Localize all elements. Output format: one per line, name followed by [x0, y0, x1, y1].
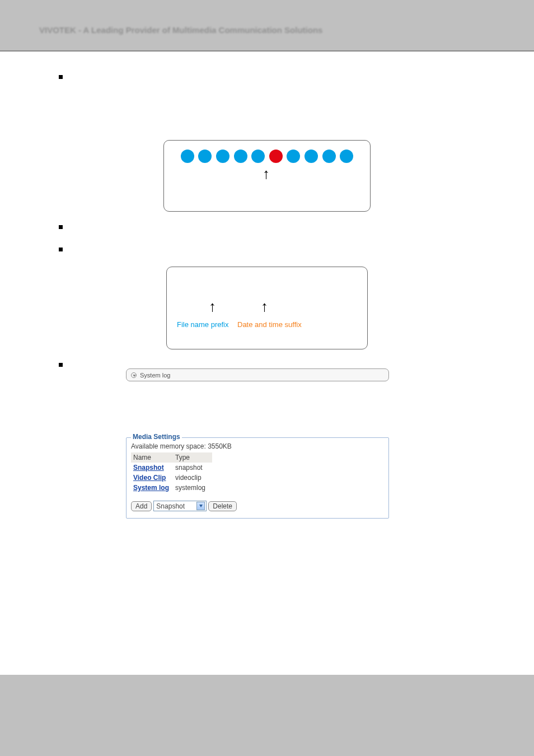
bullet-icon — [59, 75, 63, 79]
bullet-icon — [59, 225, 63, 229]
available-memory: Available memory space: 3550KB — [131, 442, 384, 450]
page-banner: VIVOTEK - A Leading Provider of Multimed… — [0, 0, 534, 50]
pre-dot — [198, 150, 212, 163]
media-type: snapshot — [173, 463, 212, 473]
media-settings-legend: Media Settings — [131, 433, 182, 441]
trigger-dot — [269, 150, 283, 163]
post-dot — [322, 150, 336, 163]
event-dots — [164, 150, 370, 163]
bullet-icon — [59, 363, 63, 367]
media-type: systemlog — [173, 483, 212, 493]
arrow-up-icon: ↑ — [263, 165, 270, 183]
system-log-label: System log — [140, 372, 170, 379]
col-type: Type — [173, 452, 212, 463]
filename-example: Snapshot_20080104_100341 — [167, 276, 367, 285]
table-row: Snapshot snapshot — [131, 463, 212, 473]
table-row: System log systemlog — [131, 483, 212, 493]
label-suffix: Date and time suffix — [237, 320, 302, 329]
media-select[interactable]: Snapshot — [153, 501, 207, 511]
filename-diagram: Snapshot_20080104_100341 ↑ ↑ File name p… — [166, 267, 368, 349]
media-settings-panel: Media Settings Available memory space: 3… — [126, 437, 389, 519]
delete-button[interactable]: Delete — [208, 501, 237, 511]
pre-dot — [234, 150, 247, 163]
col-name: Name — [131, 452, 173, 463]
chevron-down-icon — [196, 502, 205, 510]
media-link-snapshot[interactable]: Snapshot — [133, 464, 164, 472]
banner-title: VIVOTEK - A Leading Provider of Multimed… — [39, 25, 322, 35]
add-button[interactable]: Add — [131, 501, 152, 511]
pre-dot — [216, 150, 229, 163]
media-link-systemlog[interactable]: System log — [133, 484, 169, 492]
bullet-3: . — [39, 245, 495, 256]
pre-dot — [251, 150, 265, 163]
arrow-up-icon: ↑ — [209, 298, 216, 315]
media-table: Name Type Snapshot snapshot Video Clip v… — [131, 452, 212, 493]
chevron-down-icon — [131, 372, 137, 378]
fig1-caption: Trigger frame — [164, 182, 370, 190]
label-prefix: File name prefix — [177, 320, 228, 329]
media-link-videoclip[interactable]: Video Clip — [133, 474, 166, 482]
post-dot — [305, 150, 318, 163]
media-select-value: Snapshot — [156, 502, 185, 510]
page-footer — [0, 675, 534, 756]
pre-dot — [181, 150, 194, 163]
post-dot — [340, 150, 353, 163]
bullet-1: ..... — [39, 73, 495, 129]
table-row: Video Clip videoclip — [131, 473, 212, 483]
post-dot — [287, 150, 300, 163]
pre-post-diagram: ↑ Trigger frame — [163, 140, 371, 212]
bullet-2: . — [39, 223, 495, 234]
arrow-up-icon: ↑ — [261, 298, 268, 315]
media-type: videoclip — [173, 473, 212, 483]
bullet-4: . — [39, 361, 495, 372]
bullet-icon — [59, 248, 63, 251]
